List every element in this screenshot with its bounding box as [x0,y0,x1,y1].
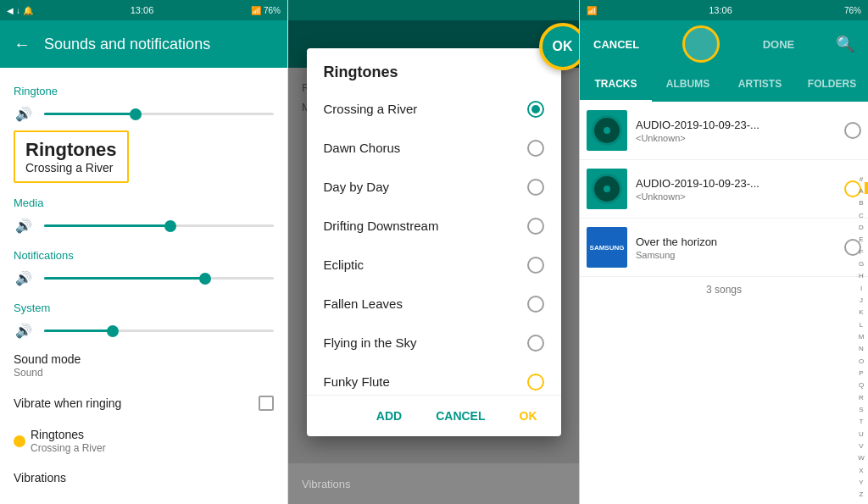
radio-fallen[interactable] [527,296,544,313]
tabs-row: TRACKS ALBUMS ARTISTS FOLDERS [580,68,868,102]
dialog-item-flying-label: Flying in the Sky [324,335,417,350]
track-title-3: Over the horizon [636,235,788,248]
alpha-d[interactable]: D [859,224,864,231]
track-info-2: AUDIO-2019-10-09-23-... <Unknown> [636,177,836,202]
radio-funky[interactable] [527,374,544,390]
notifications-slider-track[interactable] [44,277,274,280]
vibrate-ringing-checkbox[interactable] [259,396,274,411]
track-item-3[interactable]: SAMSUNG Over the horizon Samsung [580,219,868,277]
dialog-item-fallen[interactable]: Fallen Leaves [307,285,561,324]
alpha-k[interactable]: K [859,308,863,316]
tab-artists[interactable]: ARTISTS [724,68,796,102]
tab-folders[interactable]: FOLDERS [796,68,868,102]
back-button[interactable]: ← [14,35,31,54]
dialog-item-dawn[interactable]: Dawn Chorus [307,129,561,168]
status-bar-panel1: ◀ ↓ 🔔 13:06 📶 76% [0,0,287,20]
radio-crossing[interactable] [527,101,544,118]
alpha-u[interactable]: U [859,430,864,438]
panel1-content: Ringtone 🔊 Ringtones Crossing a River Me… [0,68,287,504]
volume-icon-notifications: 🔊 [14,270,34,286]
add-button[interactable]: ADD [363,402,415,429]
alpha-c[interactable]: C [859,212,864,219]
sound-mode-item[interactable]: Sound mode Sound [0,344,287,387]
ringtones-setting-item[interactable]: Ringtones Crossing a River [0,419,287,462]
vibrate-ringing-item[interactable]: Vibrate when ringing [0,387,287,419]
track-item-1[interactable]: AUDIO-2019-10-09-23-... <Unknown> [580,102,868,160]
track-disc-1 [592,115,622,146]
dialog-bottom-area: Vibrations [288,463,579,504]
volume-icon-ringtone: 🔊 [14,106,34,122]
ringtone-slider-row: 🔊 [0,101,287,127]
back-icon: ◀ [7,6,14,15]
alpha-x[interactable]: X [859,467,863,474]
tab-tracks[interactable]: TRACKS [580,68,652,102]
radio-flying[interactable] [527,335,544,352]
sound-mode-title: Sound mode [14,352,81,366]
alpha-hash[interactable]: # [860,175,863,183]
notifications-slider-row: 🔊 [0,265,287,291]
panel1-header: ← Sounds and notifications [0,20,287,68]
alpha-n[interactable]: N [859,345,864,352]
radio-drifting[interactable] [527,218,544,235]
alpha-w[interactable]: W [858,454,865,462]
ringtones-dialog-panel: R... M... OK Ringtones Crossing a River [288,0,580,504]
alpha-e[interactable]: E [859,235,863,243]
panel1-title: Sounds and notifications [44,36,210,53]
radio-ecliptic[interactable] [527,257,544,274]
done-header-button[interactable]: DONE [763,38,795,51]
track-radio-1[interactable] [844,122,861,139]
alpha-v[interactable]: V [859,442,863,450]
media-slider-track[interactable] [44,224,274,227]
alphabet-sidebar[interactable]: # A B C D E F G H I J K L M N O P Q R S [854,169,868,504]
alpha-h[interactable]: H [859,272,864,280]
status-icons-left: ◀ ↓ 🔔 [7,6,33,15]
radio-daybyday[interactable] [527,179,544,196]
radio-dawn[interactable] [527,140,544,157]
alpha-b[interactable]: B [859,199,863,207]
track-item-2[interactable]: AUDIO-2019-10-09-23-... <Unknown> [580,160,868,219]
dialog-item-daybyday[interactable]: Day by Day [307,168,561,207]
ringtone-slider-track[interactable] [44,113,274,115]
dialog-item-funky[interactable]: Funky Flute [307,363,561,395]
alpha-l[interactable]: L [860,321,863,329]
alpha-o[interactable]: O [859,357,864,365]
search-icon-p3[interactable]: 🔍 [836,35,854,53]
track-disc-2 [592,174,622,204]
track-artist-3: Samsung [636,250,836,260]
volume-icon-media: 🔊 [14,218,34,234]
alpha-m[interactable]: M [859,333,865,341]
dialog-item-ecliptic[interactable]: Ecliptic [307,246,561,285]
ok-annotation-circle: OK [539,23,581,70]
system-slider-track[interactable] [44,330,274,332]
cancel-button[interactable]: CANCEL [422,402,498,429]
dialog-item-drifting[interactable]: Drifting Downstream [307,207,561,246]
alpha-i[interactable]: I [860,285,862,292]
volume-icon-system: 🔊 [14,323,34,339]
alpha-p[interactable]: P [859,369,863,377]
alpha-z[interactable]: Z [860,490,864,498]
alpha-s[interactable]: S [859,406,863,413]
alpha-j[interactable]: J [860,296,863,304]
alpha-a[interactable]: A [859,187,863,195]
system-slider-row: 🔊 [0,318,287,344]
track-title-1: AUDIO-2019-10-09-23-... [636,119,788,131]
dialog-item-crossing-label: Crossing a River [324,102,418,116]
status-time-p1: 13:06 [131,5,154,15]
alpha-q[interactable]: Q [859,381,864,389]
status-icons-left-p3: 📶 [587,6,597,15]
dialog-actions: ADD CANCEL OK [307,395,561,436]
vibrations-item[interactable]: Vibrations [0,462,287,493]
dialog-item-flying[interactable]: Flying in the Sky [307,324,561,363]
alpha-f[interactable]: F [860,248,864,256]
ok-button[interactable]: OK [506,402,551,429]
alpha-y[interactable]: Y [859,479,863,486]
dialog-item-crossing[interactable]: Crossing a River [307,90,561,129]
alpha-t[interactable]: T [860,418,864,425]
vibrations-title: Vibrations [14,471,66,485]
tooltip-title: Ringtones [25,139,117,161]
dialog-item-drifting-label: Drifting Downstream [324,219,439,233]
cancel-header-button[interactable]: CANCEL [593,38,639,51]
alpha-g[interactable]: G [859,260,864,268]
alpha-r[interactable]: R [859,394,864,402]
tab-albums[interactable]: ALBUMS [652,68,724,102]
